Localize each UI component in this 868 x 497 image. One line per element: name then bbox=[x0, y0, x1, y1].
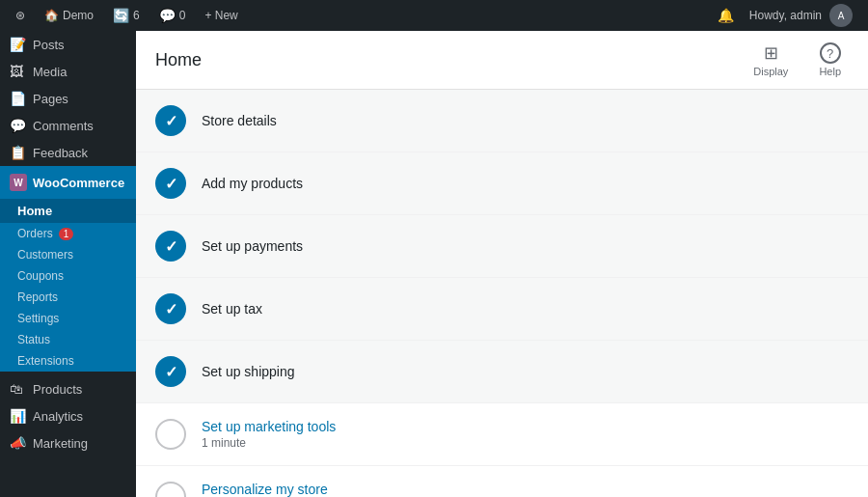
sidebar-sub-orders[interactable]: Orders 1 bbox=[0, 223, 136, 244]
page-header: Home ⊞ Display ? Help bbox=[136, 31, 868, 90]
woo-reports-label: Reports bbox=[17, 290, 58, 304]
checklist-item-setup-payments[interactable]: ✓ Set up payments bbox=[136, 215, 868, 278]
pages-icon: 📄 bbox=[10, 91, 27, 106]
sidebar-item-woocommerce[interactable]: W WooCommerce bbox=[0, 166, 136, 199]
sidebar-label-comments: Comments bbox=[33, 119, 94, 133]
checklist-item-store-details[interactable]: ✓ Store details bbox=[136, 90, 868, 152]
checklist-item-setup-shipping[interactable]: ✓ Set up shipping bbox=[136, 341, 868, 403]
checkmark-icon-4: ✓ bbox=[165, 300, 177, 318]
check-circle-shipping: ✓ bbox=[155, 356, 186, 387]
checklist-item-add-products[interactable]: ✓ Add my products bbox=[136, 152, 868, 215]
updates-count: 6 bbox=[133, 9, 140, 22]
woo-customers-label: Customers bbox=[17, 248, 73, 262]
sidebar-item-marketing[interactable]: 📣 Marketing bbox=[0, 429, 136, 456]
empty-circle-personalize bbox=[155, 482, 186, 497]
new-label: + New bbox=[204, 9, 237, 22]
checkmark-icon-3: ✓ bbox=[165, 237, 177, 256]
checklist-label-add-products: Add my products bbox=[202, 176, 303, 191]
checklist-label-setup-shipping: Set up shipping bbox=[202, 364, 295, 379]
check-circle-tax: ✓ bbox=[155, 293, 186, 324]
checklist-label-setup-payments: Set up payments bbox=[202, 238, 303, 254]
checklist-content-personalize: Personalize my store 2 minutes bbox=[202, 482, 328, 497]
sidebar-sub-status[interactable]: Status bbox=[0, 329, 136, 350]
checklist-label-marketing-tools[interactable]: Set up marketing tools bbox=[202, 419, 336, 434]
check-circle-store-details: ✓ bbox=[155, 105, 186, 136]
wp-logo-button[interactable]: ⊛ bbox=[8, 0, 33, 31]
sidebar-item-pages[interactable]: 📄 Pages bbox=[0, 85, 136, 112]
checklist-content-marketing: Set up marketing tools 1 minute bbox=[202, 419, 336, 450]
checklist-item-setup-tax[interactable]: ✓ Set up tax bbox=[136, 278, 868, 341]
sidebar-label-marketing: Marketing bbox=[33, 436, 88, 451]
main-layout: 📝 Posts 🖼 Media 📄 Pages 💬 Comments 📋 Fee… bbox=[0, 31, 868, 497]
marketing-icon: 📣 bbox=[10, 435, 27, 451]
woo-home-label: Home bbox=[17, 204, 52, 218]
checklist-sublabel-marketing: 1 minute bbox=[202, 436, 336, 450]
sidebar-label-products: Products bbox=[33, 382, 82, 397]
main-content: ✓ Store details ✓ Add my products ✓ bbox=[136, 90, 868, 497]
display-icon: ⊞ bbox=[764, 42, 778, 64]
help-icon: ? bbox=[820, 42, 841, 64]
site-name-button[interactable]: 🏠 Demo bbox=[37, 0, 101, 31]
analytics-icon: 📊 bbox=[10, 408, 27, 424]
check-circle-add-products: ✓ bbox=[155, 168, 186, 199]
checklist-item-marketing-tools[interactable]: Set up marketing tools 1 minute bbox=[136, 403, 868, 466]
checkmark-icon-2: ✓ bbox=[165, 175, 177, 193]
checkmark-icon: ✓ bbox=[165, 112, 177, 130]
empty-circle-marketing bbox=[155, 419, 186, 450]
sidebar-item-posts[interactable]: 📝 Posts bbox=[0, 31, 136, 58]
woo-coupons-label: Coupons bbox=[17, 269, 64, 283]
updates-button[interactable]: 🔄 6 bbox=[105, 0, 148, 31]
sidebar-sub-home[interactable]: Home bbox=[0, 199, 136, 223]
check-circle-payments: ✓ bbox=[155, 231, 186, 262]
checklist-item-personalize[interactable]: Personalize my store 2 minutes bbox=[136, 466, 868, 497]
new-content-button[interactable]: + New bbox=[197, 0, 245, 31]
sidebar-sub-reports[interactable]: Reports bbox=[0, 287, 136, 308]
howdy-label: Howdy, admin bbox=[749, 9, 822, 22]
sidebar-sub-settings[interactable]: Settings bbox=[0, 308, 136, 329]
display-label: Display bbox=[753, 66, 788, 77]
sidebar-item-comments[interactable]: 💬 Comments bbox=[0, 112, 136, 139]
content-area: Home ⊞ Display ? Help ✓ bbox=[136, 31, 868, 497]
sidebar-sub-coupons[interactable]: Coupons bbox=[0, 265, 136, 287]
woo-settings-label: Settings bbox=[17, 312, 59, 325]
checklist-label-personalize[interactable]: Personalize my store bbox=[202, 482, 328, 497]
sidebar: 📝 Posts 🖼 Media 📄 Pages 💬 Comments 📋 Fee… bbox=[0, 31, 136, 497]
howdy-button[interactable]: Howdy, admin A bbox=[742, 0, 860, 31]
avatar: A bbox=[829, 4, 853, 27]
comments-icon: 💬 bbox=[159, 8, 176, 23]
notification-icon-button[interactable]: 🔔 bbox=[710, 0, 742, 31]
products-icon: 🛍 bbox=[10, 381, 27, 397]
comments-sidebar-icon: 💬 bbox=[10, 118, 27, 133]
sidebar-sub-customers[interactable]: Customers bbox=[0, 244, 136, 265]
sidebar-item-products[interactable]: 🛍 Products bbox=[0, 375, 136, 402]
checklist-label-store-details: Store details bbox=[202, 113, 277, 128]
posts-icon: 📝 bbox=[10, 37, 27, 52]
page-title: Home bbox=[155, 50, 202, 70]
sidebar-label-analytics: Analytics bbox=[33, 409, 83, 424]
woocommerce-label: WooCommerce bbox=[33, 176, 124, 190]
bell-icon: 🔔 bbox=[718, 8, 734, 23]
sidebar-label-pages: Pages bbox=[33, 92, 68, 106]
woo-orders-label: Orders bbox=[17, 227, 53, 240]
wp-logo-icon: ⊛ bbox=[15, 9, 25, 22]
home-icon: 🏠 bbox=[44, 9, 59, 22]
help-button[interactable]: ? Help bbox=[811, 39, 849, 81]
checklist-label-setup-tax: Set up tax bbox=[202, 301, 262, 317]
help-label: Help bbox=[819, 66, 841, 77]
sidebar-sub-extensions[interactable]: Extensions bbox=[0, 350, 136, 372]
header-actions: ⊞ Display ? Help bbox=[746, 39, 849, 81]
feedback-icon: 📋 bbox=[10, 145, 27, 160]
sidebar-item-analytics[interactable]: 📊 Analytics bbox=[0, 402, 136, 429]
display-button[interactable]: ⊞ Display bbox=[746, 39, 796, 81]
checklist-container: ✓ Store details ✓ Add my products ✓ bbox=[136, 90, 868, 497]
woocommerce-logo: W bbox=[10, 174, 27, 191]
sidebar-item-media[interactable]: 🖼 Media bbox=[0, 58, 136, 85]
sidebar-label-feedback: Feedback bbox=[33, 146, 88, 160]
woo-status-label: Status bbox=[17, 333, 50, 346]
updates-icon: 🔄 bbox=[113, 8, 129, 23]
comments-button[interactable]: 💬 0 bbox=[151, 0, 194, 31]
sidebar-label-posts: Posts bbox=[33, 38, 65, 52]
orders-badge: 1 bbox=[59, 228, 74, 240]
sidebar-item-feedback[interactable]: 📋 Feedback bbox=[0, 139, 136, 166]
admin-bar-right: 🔔 Howdy, admin A bbox=[710, 0, 860, 31]
